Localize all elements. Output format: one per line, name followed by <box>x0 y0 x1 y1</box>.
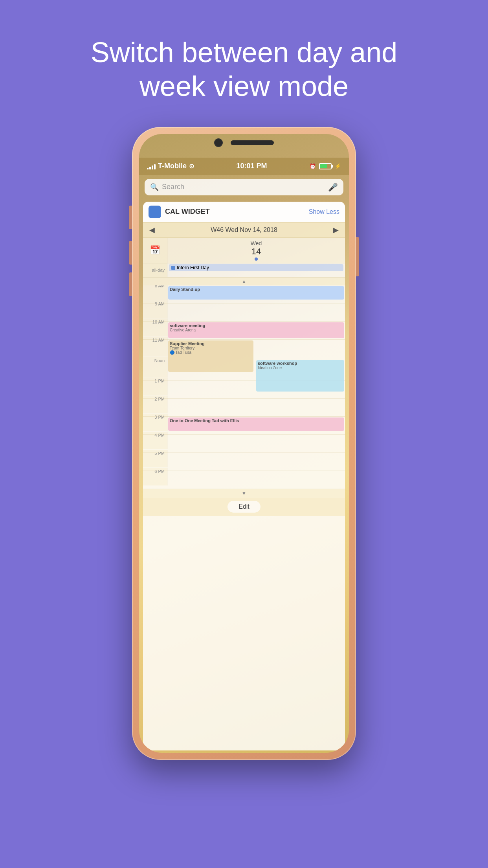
time-label-6pm: 6 PM <box>143 468 167 485</box>
allday-event-title: Intern First Day <box>177 265 209 270</box>
allday-events: Intern First Day <box>167 263 345 277</box>
status-time: 10:01 PM <box>236 162 267 170</box>
show-less-button[interactable]: Show Less <box>309 208 339 215</box>
status-bar: T-Mobile ⊙ 10:01 PM ⏰ ⚡ <box>139 158 349 175</box>
edit-button[interactable]: Edit <box>227 501 261 513</box>
time-label-9am: 9 AM <box>143 300 167 318</box>
hour-cell-2pm <box>167 399 345 416</box>
battery-icon <box>319 163 332 169</box>
event-daily-standup[interactable]: Daily Stand-up <box>168 286 344 300</box>
widget-header: CAL WIDGET Show Less <box>143 202 345 222</box>
time-row-11am: 11 AM Supplier Meeting Team Territory 🔵 … <box>143 340 345 360</box>
search-icon: 🔍 <box>150 183 159 191</box>
phone-top-bar <box>132 127 356 158</box>
time-row-1pm: 1 PM <box>143 381 345 399</box>
headline-text: Switch between day andweek view mode <box>59 35 429 103</box>
day-name: Wed <box>251 240 262 246</box>
hour-cell-3pm: One to One Meeting Tad with Ellis <box>167 417 345 434</box>
cal-widget: CAL WIDGET Show Less ◀ W46 Wed Nov 14, 2… <box>143 202 345 750</box>
event-one-to-one[interactable]: One to One Meeting Tad with Ellis <box>168 417 344 431</box>
time-label-2pm: 2 PM <box>143 395 167 413</box>
hour-cell-9am <box>167 303 345 321</box>
hour-cell-4pm <box>167 435 345 452</box>
time-label-11am: 11 AM <box>143 337 167 357</box>
search-bar[interactable]: 🔍 Search 🎤 <box>145 179 343 195</box>
widget-title-area: CAL WIDGET <box>149 206 210 218</box>
hour-cell-1pm <box>167 381 345 398</box>
status-left: T-Mobile ⊙ <box>147 162 194 170</box>
hour-cell-10am: software meeting Creative Arena <box>167 322 345 339</box>
nav-date: W46 Wed Nov 14, 2018 <box>211 226 277 234</box>
front-camera <box>214 138 223 147</box>
time-rows: 8 AM Daily Stand-up 9 AM <box>143 285 345 489</box>
search-placeholder: Search <box>162 183 325 191</box>
time-row-5pm: 5 PM <box>143 453 345 471</box>
day-number: 14 <box>251 246 261 257</box>
screen-content: T-Mobile ⊙ 10:01 PM ⏰ ⚡ 🔍 Search 🎤 <box>139 134 349 753</box>
time-label-1pm: 1 PM <box>143 377 167 395</box>
allday-event[interactable]: Intern First Day <box>169 264 343 271</box>
hour-cell-11am: Supplier Meeting Team Territory 🔵 Tad Tu… <box>167 340 345 360</box>
signal-icon <box>147 163 156 169</box>
prev-arrow[interactable]: ◀ <box>149 226 155 234</box>
allday-label: all-day <box>143 263 167 277</box>
day-header-row: 📅 Wed 14 <box>143 238 345 263</box>
time-label-4pm: 4 PM <box>143 432 167 449</box>
time-label-8am: 8 AM <box>143 285 167 300</box>
hour-cell-8am: Daily Stand-up <box>167 285 345 303</box>
hour-cell-noon: software workshop Ideation Zone <box>167 360 345 380</box>
today-dot <box>255 257 258 261</box>
phone-screen: T-Mobile ⊙ 10:01 PM ⏰ ⚡ 🔍 Search 🎤 <box>139 134 349 753</box>
bolt-icon: ⚡ <box>335 163 341 169</box>
day-col-header: Wed 14 <box>167 238 345 263</box>
time-gutter-header: 📅 <box>143 238 167 263</box>
time-row-10am: 10 AM software meeting Creative Arena <box>143 322 345 340</box>
time-row-8am: 8 AM Daily Stand-up <box>143 285 345 303</box>
time-row-3pm: 3 PM One to One Meeting Tad with Ellis <box>143 417 345 435</box>
time-row-6pm: 6 PM <box>143 471 345 489</box>
allday-row: all-day Intern First Day <box>143 263 345 278</box>
phone-speaker <box>231 140 274 145</box>
next-arrow[interactable]: ▶ <box>333 226 339 234</box>
time-row-4pm: 4 PM <box>143 435 345 453</box>
phone-frame: T-Mobile ⊙ 10:01 PM ⏰ ⚡ 🔍 Search 🎤 <box>132 127 356 760</box>
time-row-noon: Noon software workshop Ideation Zone <box>143 360 345 381</box>
time-row-2pm: 2 PM <box>143 399 345 417</box>
time-row-9am: 9 AM <box>143 303 345 322</box>
time-label-noon: Noon <box>143 357 167 377</box>
date-nav-row: ◀ W46 Wed Nov 14, 2018 ▶ <box>143 222 345 238</box>
hour-cell-5pm <box>167 453 345 471</box>
widget-icon <box>149 206 161 218</box>
alarm-icon: ⏰ <box>309 163 316 169</box>
scroll-up-indicator[interactable]: ▲ <box>143 278 345 285</box>
event-software-meeting[interactable]: software meeting Creative Arena <box>168 322 344 338</box>
status-right: ⏰ ⚡ <box>309 163 341 169</box>
widget-title: CAL WIDGET <box>165 208 210 216</box>
hour-cell-6pm <box>167 471 345 489</box>
time-label-3pm: 3 PM <box>143 414 167 431</box>
scroll-down-indicator[interactable]: ▼ <box>143 489 345 498</box>
time-label-5pm: 5 PM <box>143 450 167 467</box>
mic-icon: 🎤 <box>328 182 338 192</box>
edit-bar: Edit <box>143 498 345 516</box>
carrier-name: T-Mobile <box>158 162 187 170</box>
wifi-icon: ⊙ <box>189 162 194 170</box>
time-label-10am: 10 AM <box>143 318 167 336</box>
